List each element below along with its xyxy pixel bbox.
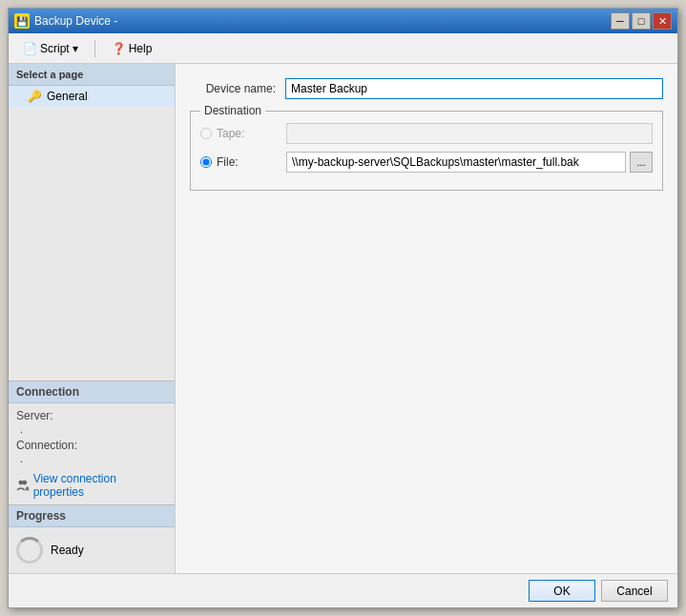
file-radio[interactable] [200,156,212,168]
tape-dropdown [286,123,653,144]
server-label: Server: [16,409,53,422]
device-name-label: Device name: [190,82,285,95]
sidebar: Select a page 🔑 General Connection Serve… [9,64,176,573]
connection-value: . [20,453,167,464]
destination-group-title: Destination [200,104,265,117]
server-value: . [20,423,167,435]
general-icon: 🔑 [28,90,42,103]
file-row: File: ... [200,152,653,173]
tape-row: Tape: [200,123,653,144]
toolbar: 📄 Script ▾ ❓ Help [9,33,677,64]
file-label: File: [200,155,286,169]
connection-section: Connection Server: . Connection: . [9,380,175,504]
help-button[interactable]: ❓ Help [105,39,159,58]
help-label: Help [129,42,153,55]
sidebar-section-header: Select a page [9,64,175,86]
device-name-row: Device name: [190,78,663,99]
ok-button[interactable]: OK [529,580,595,602]
restore-button[interactable]: □ [632,12,651,30]
progress-content: Ready [16,533,167,567]
progress-section: Progress Ready [9,504,175,573]
device-name-input[interactable] [285,78,663,99]
toolbar-separator [94,40,95,57]
title-bar: 💾 Backup Device - ─ □ ✕ [9,9,677,33]
tape-input-area [286,123,653,144]
minimize-button[interactable]: ─ [611,12,630,30]
script-button[interactable]: 📄 Script ▾ [16,39,85,58]
progress-title: Progress [9,505,175,527]
tape-label-text: Tape: [217,127,244,140]
file-input-area: ... [286,152,653,173]
title-bar-left: 💾 Backup Device - [14,13,117,29]
file-label-text: File: [217,155,239,169]
main-window: 💾 Backup Device - ─ □ ✕ 📄 Script ▾ ❓ Hel… [8,8,678,608]
progress-status: Ready [51,544,84,557]
sidebar-item-general[interactable]: 🔑 General [9,86,175,107]
cancel-button[interactable]: Cancel [601,580,668,602]
connection-properties-icon [16,479,30,492]
view-connection-link[interactable]: View connection properties [33,472,167,499]
tape-radio[interactable] [200,128,212,139]
connection-row: Connection: . [16,439,167,464]
help-icon: ❓ [112,42,126,55]
tape-label: Tape: [200,127,286,140]
destination-group: Destination Tape: [190,111,663,191]
file-path-input[interactable] [286,152,626,173]
progress-spinner [16,537,43,564]
script-icon: 📄 [23,42,37,55]
sidebar-general-label: General [47,90,88,103]
close-button[interactable]: ✕ [653,12,672,30]
browse-button[interactable]: ... [630,152,653,173]
sidebar-spacer [9,107,175,380]
title-buttons: ─ □ ✕ [611,12,672,30]
connection-label: Connection: [16,439,77,452]
view-connection-link-row: View connection properties [16,472,167,499]
main-panel: Device name: Destination Tape: [176,64,677,573]
connection-title: Connection [9,381,175,403]
svg-point-1 [22,481,27,485]
bottom-bar: OK Cancel [9,573,677,607]
server-row: Server: . [16,409,167,435]
window-title: Backup Device - [34,14,117,28]
content-area: Select a page 🔑 General Connection Serve… [9,64,677,573]
script-dropdown-icon: ▾ [73,42,78,55]
script-label: Script [40,42,70,55]
window-icon: 💾 [14,13,30,29]
